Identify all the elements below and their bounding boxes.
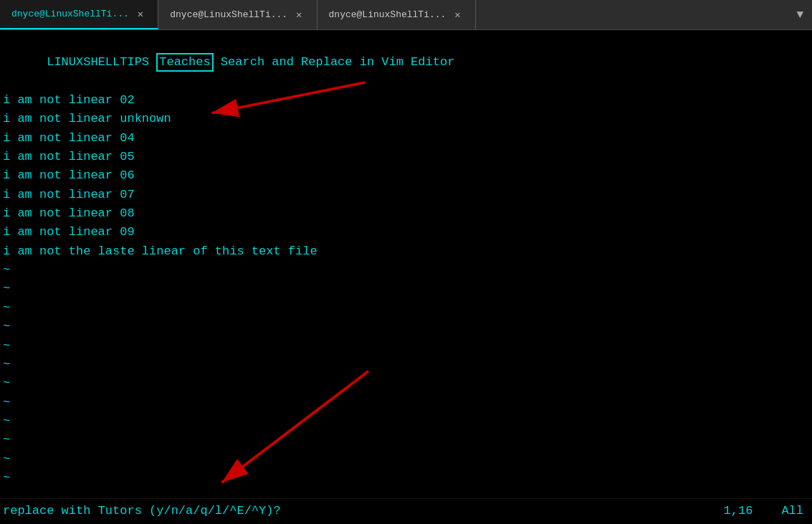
linuxshelltips-label: LINUXSHELLTIPS [47,55,156,69]
content-line-1: i am not linear 02 [3,91,809,110]
tilde-4: ~ [3,318,809,336]
cursor-position: 1,16 [724,502,753,520]
tab-3-label: dnyce@LinuxShellTi... [329,9,446,20]
status-bar: replace with Tutors (y/n/a/q/l/^E/^Y)? 1… [0,498,812,524]
tilde-8: ~ [3,394,809,412]
content-line-2: i am not linear unknown [3,110,809,128]
content-line-5: i am not linear 06 [3,166,809,185]
tab-bar: dnyce@LinuxShellTi... ✕ dnyce@LinuxShell… [0,0,812,30]
content-line-3: i am not linear 04 [3,129,809,148]
header-line: LINUXSHELLTIPS Teaches Search and Replac… [3,34,809,91]
tilde-9: ~ [3,412,809,431]
terminal-window: LINUXSHELLTIPS Teaches Search and Replac… [0,30,812,524]
tilde-10: ~ [3,431,809,449]
tilde-11: ~ [3,450,809,469]
tab-2-close[interactable]: ✕ [293,7,305,22]
tilde-7: ~ [3,374,809,393]
tab-1[interactable]: dnyce@LinuxShellTi... ✕ [0,0,158,29]
tab-1-label: dnyce@LinuxShellTi... [11,9,129,19]
content-line-7: i am not linear 08 [3,204,809,223]
tab-dropdown-button[interactable]: ▼ [788,9,812,22]
tilde-3: ~ [3,299,809,318]
tab-1-close[interactable]: ✕ [135,6,146,22]
tilde-2: ~ [3,280,809,298]
tilde-5: ~ [3,337,809,356]
tilde-12: ~ [3,469,809,487]
teaches-highlight: Teaches [156,53,213,72]
tab-3[interactable]: dnyce@LinuxShellTi... ✕ [317,0,476,29]
tilde-1: ~ [3,261,809,280]
content-line-4: i am not linear 05 [3,148,809,166]
content-line-9: i am not the laste linear of this text f… [3,242,809,261]
header-suffix: Search and Replace in Vim Editor [214,55,455,69]
status-right-area: 1,16 All [724,502,809,520]
tab-2-label: dnyce@LinuxShellTi... [170,9,287,20]
terminal-content: LINUXSHELLTIPS Teaches Search and Replac… [3,34,809,494]
status-left-text: replace with Tutors (y/n/a/q/l/^E/^Y)? [3,502,724,520]
tab-2[interactable]: dnyce@LinuxShellTi... ✕ [158,0,317,29]
tilde-6: ~ [3,356,809,374]
tab-3-close[interactable]: ✕ [452,7,463,22]
view-mode: All [781,502,803,520]
content-line-8: i am not linear 09 [3,223,809,242]
content-line-6: i am not linear 07 [3,186,809,204]
